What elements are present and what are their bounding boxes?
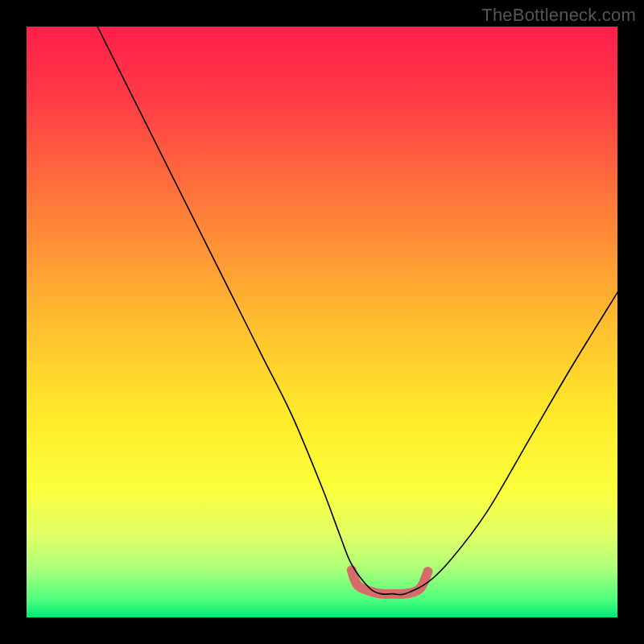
plot-area (27, 27, 617, 617)
watermark-text: TheBottleneck.com (481, 5, 636, 26)
optimal-range-marker (352, 570, 428, 594)
bottleneck-curve (97, 27, 617, 595)
chart-curves (27, 27, 617, 617)
chart-frame: TheBottleneck.com (0, 0, 644, 644)
